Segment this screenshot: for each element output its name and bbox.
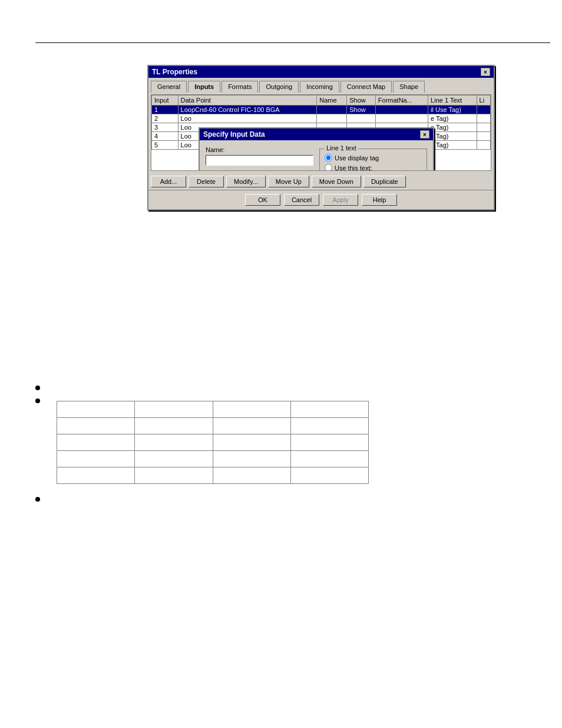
- bullet-dot-3: [35, 497, 40, 502]
- cell-name: [317, 114, 347, 123]
- duplicate-button[interactable]: Duplicate: [363, 176, 406, 187]
- col-name: Name: [317, 95, 347, 106]
- col-line1text: Line 1 Text: [428, 95, 477, 106]
- tab-general[interactable]: General: [151, 81, 187, 93]
- cell: [135, 467, 213, 484]
- cell-id: 1: [152, 106, 178, 114]
- cell: [290, 451, 368, 467]
- cell-id: 5: [152, 141, 178, 150]
- top-rule: [35, 42, 550, 43]
- cell: [57, 467, 135, 484]
- cell-name: [317, 106, 347, 114]
- tab-connect-map[interactable]: Connect Map: [340, 81, 392, 93]
- cell: [57, 451, 135, 467]
- inputs-table-container: Input Data Point Name Show FormatNa... L…: [151, 94, 491, 171]
- data-table: [57, 401, 369, 484]
- add-button[interactable]: Add...: [151, 176, 186, 187]
- cell: [213, 434, 290, 451]
- modify-button[interactable]: Modify...: [226, 176, 266, 187]
- cell: [213, 451, 290, 467]
- bullet-dot-2: [35, 398, 40, 403]
- bullet-1: [35, 383, 527, 390]
- cell-li: [477, 123, 490, 132]
- cell-line1: e Tag): [428, 141, 477, 150]
- tab-shape[interactable]: Shape: [393, 81, 425, 93]
- cell: [135, 451, 213, 467]
- col-li: Li: [477, 95, 490, 106]
- line1-group: Line 1 text Use display tag Use this tex…: [319, 149, 427, 171]
- specify-left: Name: Display format name: Show this inp…: [206, 146, 313, 171]
- line1-group-title: Line 1 text: [325, 144, 358, 151]
- table-row: [57, 434, 369, 451]
- table-row[interactable]: 2 Loo e Tag): [152, 114, 491, 123]
- name-input[interactable]: [206, 155, 313, 166]
- cell-id: 4: [152, 132, 178, 141]
- cell-line1: e Tag): [428, 114, 477, 123]
- cell: [57, 401, 135, 418]
- cell-id: 3: [152, 123, 178, 132]
- cell-li: [477, 114, 490, 123]
- ok-button[interactable]: OK: [245, 194, 280, 206]
- cell: [290, 401, 368, 418]
- delete-button[interactable]: Delete: [189, 176, 224, 187]
- tab-inputs[interactable]: Inputs: [188, 81, 220, 93]
- tab-formats[interactable]: Formats: [222, 81, 258, 93]
- use-this-text-row: Use this text:: [325, 164, 422, 171]
- col-formatname: FormatNa...: [375, 95, 428, 106]
- cell-format: [375, 106, 428, 114]
- move-up-button[interactable]: Move Up: [268, 176, 309, 187]
- cell-line1: e Tag): [428, 123, 477, 132]
- bullet-2: [35, 396, 527, 489]
- col-input: Input: [152, 95, 178, 106]
- name-label: Name:: [206, 146, 313, 153]
- use-display-tag-label: Use display tag: [335, 154, 379, 162]
- use-this-text-radio[interactable]: [325, 164, 332, 171]
- use-this-text-label: Use this text:: [335, 164, 372, 172]
- specify-title: Specify Input Data: [203, 130, 265, 139]
- cell-datapoint: LoopCnd-60 Control FIC-100 BGA: [178, 106, 317, 114]
- table-row: [57, 467, 369, 484]
- use-display-tag-radio[interactable]: [325, 154, 332, 162]
- cell: [290, 418, 368, 434]
- cell-id: 2: [152, 114, 178, 123]
- bullet-2-content: [46, 396, 369, 489]
- cell: [213, 418, 290, 434]
- cell: [57, 418, 135, 434]
- move-down-button[interactable]: Move Down: [312, 176, 361, 187]
- cell: [57, 434, 135, 451]
- cell: [213, 401, 290, 418]
- dialog-titlebar: TL Properties ×: [148, 66, 494, 78]
- cell: [290, 467, 368, 484]
- cell-line1: il Use Tag): [428, 106, 477, 114]
- cell: [135, 401, 213, 418]
- use-display-tag-row: Use display tag: [325, 154, 422, 162]
- apply-button[interactable]: Apply: [323, 194, 358, 206]
- cell-li: [477, 141, 490, 150]
- specify-close-button[interactable]: ×: [420, 130, 429, 139]
- table-row[interactable]: 1 LoopCnd-60 Control FIC-100 BGA Show il…: [152, 106, 491, 114]
- cell-line1: e Tag): [428, 132, 477, 141]
- cell: [290, 434, 368, 451]
- tab-outgoing[interactable]: Outgoing: [259, 81, 299, 93]
- table-row: [57, 418, 369, 434]
- cell-li: [477, 132, 490, 141]
- tab-incoming[interactable]: Incoming: [300, 81, 339, 93]
- table-row: [57, 401, 369, 418]
- help-button[interactable]: Help: [362, 194, 397, 206]
- lower-content: [35, 383, 527, 508]
- cell: [135, 418, 213, 434]
- cell-show: Show: [347, 106, 376, 114]
- cell-li: [477, 106, 490, 114]
- cancel-button[interactable]: Cancel: [284, 194, 319, 206]
- specify-body: Name: Display format name: Show this inp…: [200, 140, 433, 171]
- cell-show: [347, 114, 376, 123]
- specify-input-dialog: Specify Input Data × Name: Display forma…: [199, 127, 434, 171]
- dialog-title: TL Properties: [152, 68, 197, 76]
- cell-format: [375, 114, 428, 123]
- action-buttons-row: Add... Delete Modify... Move Up Move Dow…: [148, 173, 494, 190]
- dialog-close-button[interactable]: ×: [481, 68, 490, 76]
- tabs-bar: General Inputs Formats Outgoing Incoming…: [148, 78, 494, 92]
- bullet-3: [35, 495, 527, 502]
- cell-datapoint: Loo: [178, 114, 317, 123]
- cell: [213, 467, 290, 484]
